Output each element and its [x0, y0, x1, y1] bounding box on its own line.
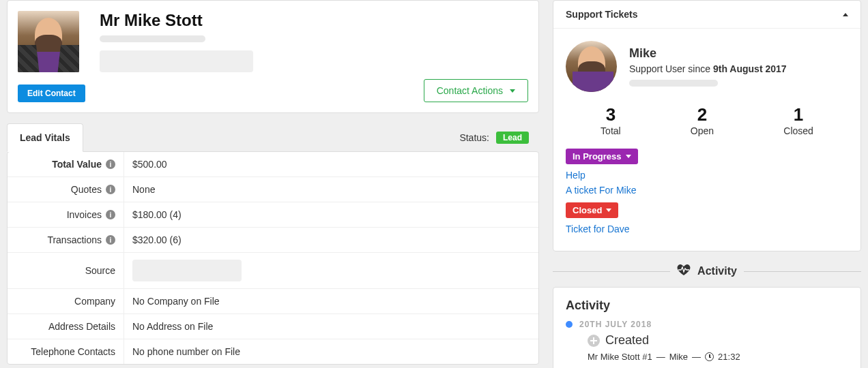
in-progress-badge[interactable]: In Progress: [566, 149, 638, 164]
closed-badge[interactable]: Closed: [566, 202, 618, 218]
ticket-link[interactable]: Help: [566, 170, 848, 181]
status-label: Status:: [459, 132, 489, 143]
vitals-address-value: No Address on File: [124, 314, 538, 339]
contact-name: Mr Mike Stott: [100, 11, 528, 30]
vitals-phone-label: Telephone Contacts: [31, 346, 115, 357]
support-tickets-header[interactable]: Support Tickets: [553, 1, 860, 29]
vitals-invoices-value: $180.00 (4): [124, 202, 538, 227]
stat-total: 3 Total: [601, 104, 621, 136]
source-placeholder: [132, 260, 242, 281]
info-icon[interactable]: i: [106, 235, 115, 245]
edit-contact-button[interactable]: Edit Contact: [18, 85, 85, 102]
activity-date: 20TH JULY 2018: [579, 320, 652, 329]
contact-actions-button[interactable]: Contact Actions: [424, 79, 528, 102]
contact-avatar: [18, 11, 79, 72]
activity-divider: Activity: [553, 264, 861, 279]
tab-lead-vitals[interactable]: Lead Vitals: [7, 123, 83, 152]
chevron-down-icon: [626, 155, 631, 158]
vitals-transactions-label: Transactions: [47, 234, 102, 245]
vitals-company-label: Company: [74, 296, 115, 307]
info-icon[interactable]: i: [106, 185, 115, 194]
activity-event: Created: [588, 333, 848, 348]
vitals-invoices-label: Invoices: [67, 209, 102, 220]
vitals-address-label: Address Details: [48, 321, 115, 332]
vitals-total-value: $500.00: [124, 152, 538, 177]
support-user-name: Mike: [629, 46, 848, 61]
status-badge: Lead: [496, 132, 529, 144]
support-user-since: Support User since 9th August 2017: [629, 63, 848, 74]
vitals-transactions-value: $320.00 (6): [124, 228, 538, 252]
stat-open: 2 Open: [691, 104, 714, 136]
activity-title: Activity: [566, 298, 848, 313]
ticket-link[interactable]: Ticket for Dave: [566, 224, 848, 234]
support-tickets-title: Support Tickets: [566, 9, 638, 20]
detail-placeholder: [100, 50, 253, 72]
activity-event-meta: Mr Mike Stott #1 — Mike — 21:32: [588, 352, 848, 362]
support-user-avatar: [566, 41, 617, 92]
info-icon[interactable]: i: [106, 159, 115, 169]
vitals-company-value: No Company on File: [124, 289, 538, 313]
ticket-link[interactable]: A ticket For Mike: [566, 185, 848, 196]
vitals-quotes-value: None: [124, 177, 538, 202]
chevron-down-icon: [510, 89, 515, 93]
heartbeat-icon: [677, 264, 691, 279]
stat-closed: 1 Closed: [783, 104, 813, 136]
vitals-phone-value: No phone number on File: [124, 339, 538, 364]
timeline-dot-icon: [566, 321, 573, 328]
support-placeholder: [629, 80, 718, 87]
plus-circle-icon: [588, 335, 600, 347]
contact-actions-label: Contact Actions: [437, 85, 503, 96]
vitals-table: Total Valuei $500.00 Quotesi None Invoic…: [7, 151, 539, 365]
clock-icon: [705, 352, 714, 361]
vitals-quotes-label: Quotes: [71, 184, 102, 195]
chevron-up-icon: [843, 13, 848, 16]
info-icon[interactable]: i: [106, 210, 115, 219]
chevron-down-icon: [606, 209, 611, 212]
vitals-total-value-label: Total Value: [52, 159, 102, 170]
vitals-source-label: Source: [85, 265, 115, 276]
subtitle-placeholder: [100, 35, 205, 42]
